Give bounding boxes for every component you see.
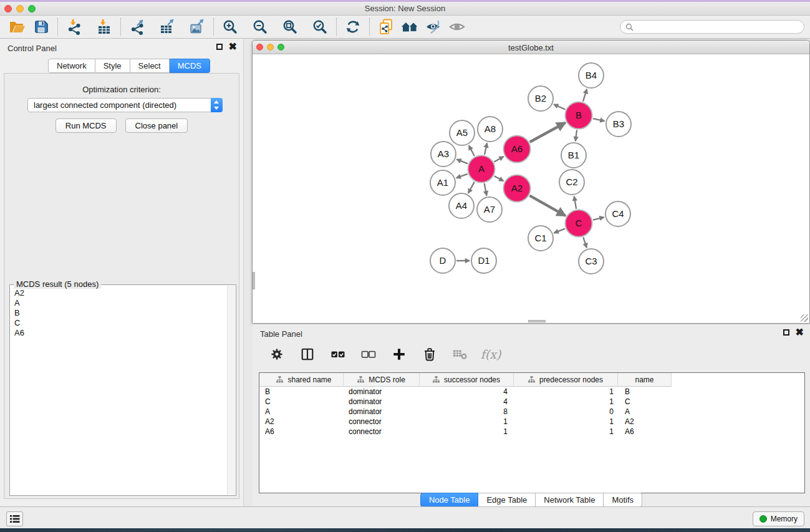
column-header-name[interactable]: name: [618, 373, 672, 387]
graph-edge-C-C3[interactable]: [583, 237, 587, 248]
graph-edge-C-C2[interactable]: [574, 196, 576, 209]
table-row[interactable]: A6 connector 1 1 A6: [259, 427, 804, 437]
unselect-all-columns-icon[interactable]: [360, 346, 377, 362]
refresh-icon[interactable]: [344, 18, 362, 36]
graph-edge-A-A6[interactable]: [494, 157, 503, 162]
tab-node-table[interactable]: Node Table: [420, 493, 479, 507]
column-header-mcds-role[interactable]: MCDS role: [344, 373, 420, 387]
float-panel-icon[interactable]: [216, 44, 223, 50]
tab-edge-table[interactable]: Edge Table: [478, 493, 536, 507]
optimization-criterion-select[interactable]: largest connected component (directed): [27, 98, 223, 112]
tab-network-table[interactable]: Network Table: [536, 493, 604, 507]
graph-edge-C-C1[interactable]: [554, 229, 565, 233]
close-panel-icon[interactable]: ✖: [796, 329, 804, 336]
result-item[interactable]: A2: [14, 288, 227, 298]
network-canvas[interactable]: B4B2BB3A5A8A6B1A3AC2A1A2A4A7C4CC1C3DD1: [253, 55, 809, 323]
export-network-icon[interactable]: [128, 18, 146, 36]
memory-status-icon: [759, 515, 767, 523]
network-horizontal-scrollbar[interactable]: [528, 320, 546, 322]
result-scrollbar[interactable]: [227, 286, 235, 495]
preview-eye-icon[interactable]: [448, 18, 466, 36]
memory-label: Memory: [771, 515, 798, 523]
tab-motifs[interactable]: Motifs: [604, 493, 642, 507]
graph-edge-A-A1[interactable]: [456, 174, 468, 178]
graph-edge-A-A3[interactable]: [456, 159, 468, 163]
export-image-icon[interactable]: [188, 18, 206, 36]
task-history-button[interactable]: [6, 511, 23, 526]
cytoscape-app: Session: New Session: [0, 0, 810, 532]
graph-node-label-A: A: [478, 163, 485, 174]
run-mcds-button[interactable]: Run MCDS: [55, 118, 117, 133]
save-session-icon[interactable]: [32, 18, 50, 36]
graph-node-label-A3: A3: [438, 148, 449, 159]
graph-edge-C-C4[interactable]: [593, 217, 604, 220]
graph-node-label-C2: C2: [566, 177, 577, 187]
graph-node-label-B3: B3: [613, 118, 624, 129]
graph-edge-A2-C[interactable]: [529, 196, 565, 216]
column-header-shared-name[interactable]: shared name: [259, 373, 344, 387]
zoom-selected-icon[interactable]: [311, 18, 329, 36]
table-settings-gear-icon[interactable]: [269, 346, 285, 362]
graph-edge-A-A2[interactable]: [494, 176, 504, 181]
result-item[interactable]: A6: [14, 328, 227, 338]
network-window-titlebar[interactable]: testGlobe.txt: [253, 41, 809, 54]
graph-node-label-A6: A6: [511, 143, 523, 154]
tab-style[interactable]: Style: [95, 59, 130, 73]
shared-column-icon: [276, 376, 283, 383]
import-network-icon[interactable]: [65, 18, 83, 36]
close-panel-icon[interactable]: ✖: [229, 44, 237, 50]
clone-network-icon[interactable]: [377, 18, 395, 36]
graph-edge-B-B2[interactable]: [554, 104, 565, 109]
graph-edge-B-B4[interactable]: [583, 89, 587, 102]
table-row[interactable]: B dominator 4 1 B: [259, 387, 804, 397]
add-column-icon[interactable]: [391, 346, 407, 362]
table-row[interactable]: C dominator 4 1 C: [259, 397, 804, 407]
table-row[interactable]: A2 connector 1 1 A2: [259, 417, 804, 427]
memory-button[interactable]: Memory: [753, 511, 804, 526]
toolbar-separator: [57, 18, 58, 36]
graph-edge-B-B3[interactable]: [593, 118, 605, 121]
delete-table-icon[interactable]: [452, 346, 468, 362]
import-table-icon[interactable]: [95, 18, 113, 36]
graph-node-label-D1: D1: [478, 255, 489, 266]
window-resize-grip[interactable]: [801, 314, 808, 322]
function-builder-icon[interactable]: f(x): [483, 346, 499, 362]
show-hide-panels-icon[interactable]: [425, 18, 442, 36]
result-item[interactable]: A: [14, 298, 227, 308]
graph-node-label-B2: B2: [535, 93, 546, 104]
column-header-predecessor-nodes[interactable]: predecessor nodes: [514, 373, 618, 387]
graph-edge-A-A4[interactable]: [468, 182, 475, 193]
graph-node-label-D: D: [440, 255, 446, 266]
open-file-icon[interactable]: [9, 18, 26, 36]
result-item[interactable]: B: [14, 308, 227, 318]
graph-edge-B-B1[interactable]: [576, 130, 577, 141]
graph-node-label-A5: A5: [456, 127, 468, 138]
home-icon[interactable]: [401, 18, 418, 36]
shared-column-icon: [433, 376, 440, 383]
column-header-successor-nodes[interactable]: successor nodes: [420, 373, 514, 387]
result-item[interactable]: C: [14, 318, 227, 328]
table-row[interactable]: A dominator 8 0 A: [259, 407, 804, 417]
graph-edge-A-A8[interactable]: [485, 143, 487, 155]
zoom-out-icon[interactable]: [251, 18, 269, 36]
zoom-in-icon[interactable]: [221, 18, 239, 36]
select-all-columns-icon[interactable]: [330, 346, 346, 362]
list-icon: [10, 515, 20, 523]
main-titlebar: Session: New Session: [0, 2, 810, 16]
show-columns-icon[interactable]: [299, 346, 316, 362]
search-input[interactable]: [637, 21, 804, 32]
tab-mcds[interactable]: MCDS: [170, 59, 210, 73]
export-table-icon[interactable]: [158, 18, 176, 36]
tab-select[interactable]: Select: [130, 59, 170, 73]
graph-node-label-B4: B4: [586, 70, 597, 80]
graph-edge-A-A5[interactable]: [469, 145, 475, 156]
zoom-fit-icon[interactable]: [281, 18, 299, 36]
float-panel-icon[interactable]: [783, 329, 789, 336]
network-vertical-scrollbar[interactable]: [253, 272, 255, 289]
delete-column-trash-icon[interactable]: [422, 346, 438, 362]
close-panel-button[interactable]: Close panel: [125, 118, 188, 133]
tab-network[interactable]: Network: [48, 59, 95, 73]
graph-edge-A-A7[interactable]: [485, 183, 487, 195]
graph-edge-A6-B[interactable]: [530, 123, 566, 142]
graph-node-label-A1: A1: [437, 177, 448, 188]
